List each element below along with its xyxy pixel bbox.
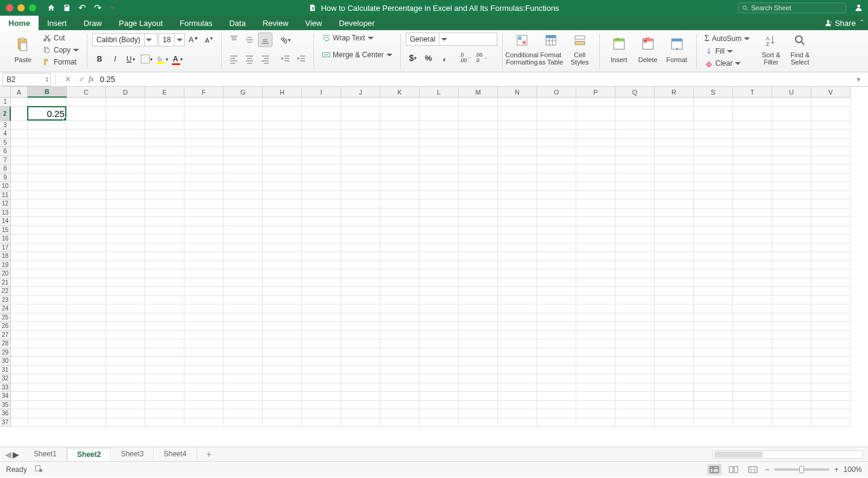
cell-R1[interactable] [655, 98, 694, 107]
cell-I35[interactable] [302, 401, 341, 410]
cell-I19[interactable] [302, 261, 341, 270]
cell-C24[interactable] [67, 304, 106, 313]
cell-F33[interactable] [184, 383, 224, 392]
cell-Q25[interactable] [615, 313, 655, 322]
cell-Q12[interactable] [615, 200, 655, 209]
cell-B27[interactable] [28, 331, 67, 340]
column-header-L[interactable]: L [420, 87, 459, 98]
fx-icon[interactable]: fx [89, 75, 94, 84]
cell-S14[interactable] [694, 217, 733, 226]
cell-L17[interactable] [420, 244, 459, 253]
cell-S11[interactable] [694, 191, 733, 200]
cell-C22[interactable] [67, 287, 106, 296]
cell-J2[interactable] [341, 107, 380, 121]
cell-A35[interactable] [11, 401, 28, 410]
cell-S33[interactable] [694, 383, 733, 392]
cell-H1[interactable] [263, 98, 302, 107]
cell-F24[interactable] [184, 304, 224, 313]
cell-N12[interactable] [498, 200, 537, 209]
cell-I21[interactable] [302, 278, 341, 288]
cell-L23[interactable] [420, 296, 459, 305]
cell-U23[interactable] [772, 296, 811, 305]
cell-B18[interactable] [28, 252, 67, 261]
cell-I4[interactable] [302, 130, 341, 139]
cell-U15[interactable] [772, 226, 811, 235]
fill-color-button[interactable]: ▾ [155, 52, 169, 66]
cell-L8[interactable] [420, 165, 459, 174]
cell-O20[interactable] [537, 269, 576, 278]
cell-M30[interactable] [459, 357, 498, 366]
cell-B11[interactable] [28, 191, 67, 200]
row-header-20[interactable]: 20 [0, 269, 11, 278]
cell-U29[interactable] [772, 348, 811, 357]
cell-D1[interactable] [106, 98, 145, 107]
cell-T7[interactable] [733, 156, 772, 165]
cell-N18[interactable] [498, 252, 537, 261]
cell-Q16[interactable] [615, 234, 655, 244]
cell-K17[interactable] [380, 244, 420, 253]
sheet-tab-sheet2[interactable]: Sheet2 [67, 448, 111, 461]
cell-B5[interactable] [28, 139, 67, 148]
cell-S17[interactable] [694, 244, 733, 253]
cell-R5[interactable] [655, 139, 694, 148]
cell-F8[interactable] [184, 165, 224, 174]
cell-J25[interactable] [341, 313, 380, 322]
cell-I14[interactable] [302, 217, 341, 226]
cell-V2[interactable] [811, 107, 851, 121]
cell-M18[interactable] [459, 252, 498, 261]
cell-A15[interactable] [11, 226, 28, 235]
sheet-nav-next-icon[interactable]: ▶ [13, 450, 19, 459]
sheet-tab-sheet1[interactable]: Sheet1 [24, 448, 67, 461]
cell-N15[interactable] [498, 226, 537, 235]
row-header-34[interactable]: 34 [0, 392, 11, 401]
cell-Q22[interactable] [615, 287, 655, 296]
cell-L2[interactable] [420, 107, 459, 121]
cell-K6[interactable] [380, 147, 420, 156]
cell-T28[interactable] [733, 339, 772, 348]
cell-J3[interactable] [341, 121, 380, 130]
cell-U22[interactable] [772, 287, 811, 296]
conditional-formatting-button[interactable]: Conditional Formatting [508, 33, 536, 68]
cell-V11[interactable] [811, 191, 851, 200]
cell-G33[interactable] [224, 383, 263, 392]
cell-U37[interactable] [772, 418, 811, 427]
confirm-edit-icon[interactable]: ✓ [78, 75, 85, 84]
cell-P19[interactable] [576, 261, 615, 270]
cell-S37[interactable] [694, 418, 733, 427]
cell-G25[interactable] [224, 313, 263, 322]
cell-R6[interactable] [655, 147, 694, 156]
cell-H31[interactable] [263, 366, 302, 375]
cell-T17[interactable] [733, 244, 772, 253]
cell-Q8[interactable] [615, 165, 655, 174]
cell-R15[interactable] [655, 226, 694, 235]
cell-B12[interactable] [28, 200, 67, 209]
increase-font-icon[interactable]: A▲ [186, 33, 201, 47]
cell-J17[interactable] [341, 244, 380, 253]
cell-A1[interactable] [11, 98, 28, 107]
cell-C17[interactable] [67, 244, 106, 253]
comma-icon[interactable]: ⸲ [437, 51, 451, 65]
cell-C8[interactable] [67, 165, 106, 174]
cell-B8[interactable] [28, 165, 67, 174]
macro-record-icon[interactable] [34, 464, 43, 474]
cell-G19[interactable] [224, 261, 263, 270]
cell-S34[interactable] [694, 392, 733, 401]
cell-M22[interactable] [459, 287, 498, 296]
cell-F30[interactable] [184, 357, 224, 366]
cell-L7[interactable] [420, 156, 459, 165]
cell-Q5[interactable] [615, 139, 655, 148]
cancel-edit-icon[interactable]: ✕ [64, 75, 71, 84]
cell-M16[interactable] [459, 234, 498, 244]
cell-I22[interactable] [302, 287, 341, 296]
cell-N16[interactable] [498, 234, 537, 244]
cell-E26[interactable] [145, 322, 184, 331]
ribbon-tab-developer[interactable]: Developer [330, 16, 383, 30]
cell-O26[interactable] [537, 322, 576, 331]
cell-O5[interactable] [537, 139, 576, 148]
cell-Q3[interactable] [615, 121, 655, 130]
cell-H34[interactable] [263, 392, 302, 401]
cell-N36[interactable] [498, 409, 537, 418]
cell-G37[interactable] [224, 418, 263, 427]
cell-I16[interactable] [302, 234, 341, 244]
collapse-ribbon-icon[interactable]: ˆ [861, 19, 863, 28]
